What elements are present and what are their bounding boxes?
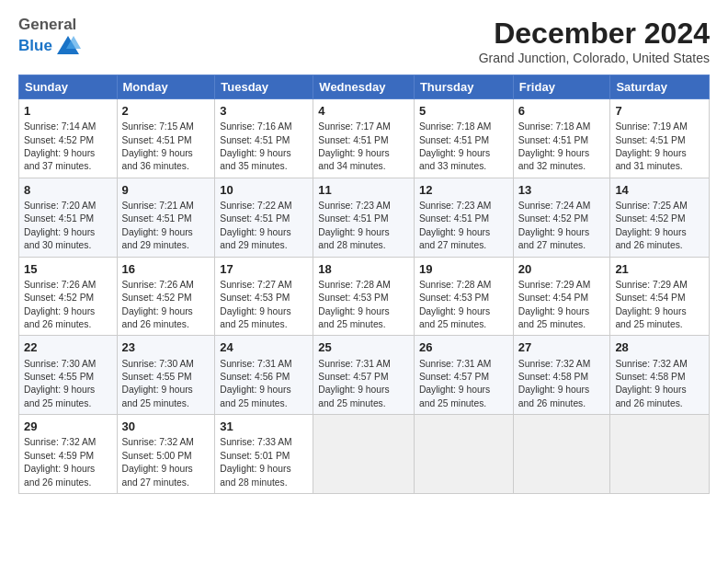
cell-4-3: 24Sunrise: 7:31 AMSunset: 4:56 PMDayligh… — [215, 336, 313, 415]
cell-info-line: Sunrise: 7:15 AM — [122, 121, 210, 133]
cell-info-line: Sunrise: 7:17 AM — [318, 121, 409, 133]
cell-info-line: Sunrise: 7:18 AM — [419, 121, 508, 133]
day-number: 28 — [615, 339, 704, 356]
page: General Blue December 2024 Grand Junctio… — [0, 0, 728, 503]
cell-info-line: Sunset: 4:52 PM — [24, 134, 112, 147]
cell-info-line: Daylight: 9 hours — [122, 463, 210, 476]
cell-info-line: Daylight: 9 hours — [518, 384, 606, 396]
cell-info-line: Daylight: 9 hours — [122, 147, 210, 160]
cell-info-line: Daylight: 9 hours — [318, 305, 409, 318]
cell-1-7: 7Sunrise: 7:19 AMSunset: 4:51 PMDaylight… — [610, 99, 710, 178]
day-number: 8 — [24, 182, 112, 199]
cell-5-7 — [610, 415, 710, 494]
cell-info-line: Sunrise: 7:31 AM — [318, 358, 409, 371]
day-number: 19 — [419, 261, 508, 278]
cell-info-line: Daylight: 9 hours — [615, 147, 704, 160]
cell-info-line: Daylight: 9 hours — [419, 384, 508, 396]
cell-info-line: Sunset: 5:01 PM — [220, 450, 308, 463]
cell-info-line: Sunset: 4:52 PM — [615, 213, 704, 225]
cell-2-7: 14Sunrise: 7:25 AMSunset: 4:52 PMDayligh… — [610, 178, 710, 257]
week-row-4: 22Sunrise: 7:30 AMSunset: 4:55 PMDayligh… — [19, 336, 710, 415]
cell-info-line: and 30 minutes. — [24, 239, 112, 252]
header: General Blue December 2024 Grand Junctio… — [18, 17, 710, 65]
cell-1-6: 6Sunrise: 7:18 AMSunset: 4:51 PMDaylight… — [513, 99, 610, 178]
cell-info-line: Sunrise: 7:26 AM — [122, 279, 210, 292]
cell-info-line: and 25 minutes. — [220, 397, 308, 410]
cell-info-line: Sunset: 4:54 PM — [615, 292, 704, 304]
cell-info-line: Daylight: 9 hours — [419, 305, 508, 318]
cell-info-line: Daylight: 9 hours — [122, 226, 210, 239]
day-number: 4 — [318, 103, 409, 120]
cell-info-line: Daylight: 9 hours — [318, 226, 409, 239]
day-number: 25 — [318, 339, 409, 356]
cell-info-line: Sunrise: 7:18 AM — [518, 121, 606, 133]
week-row-5: 29Sunrise: 7:32 AMSunset: 4:59 PMDayligh… — [19, 415, 710, 494]
cell-info-line: and 26 minutes. — [24, 477, 112, 489]
day-number: 23 — [122, 339, 210, 356]
cell-info-line: Sunrise: 7:19 AM — [615, 121, 704, 133]
cell-info-line: Sunset: 4:51 PM — [220, 213, 308, 225]
cell-1-2: 2Sunrise: 7:15 AMSunset: 4:51 PMDaylight… — [117, 99, 215, 178]
cell-info-line: and 27 minutes. — [518, 239, 606, 252]
cell-4-7: 28Sunrise: 7:32 AMSunset: 4:58 PMDayligh… — [610, 336, 710, 415]
cell-4-2: 23Sunrise: 7:30 AMSunset: 4:55 PMDayligh… — [117, 336, 215, 415]
cell-info-line: Daylight: 9 hours — [220, 305, 308, 318]
day-number: 21 — [615, 261, 704, 278]
day-header-monday: Monday — [117, 75, 215, 99]
cell-1-1: 1Sunrise: 7:14 AMSunset: 4:52 PMDaylight… — [19, 99, 118, 178]
cell-info-line: Sunset: 4:51 PM — [318, 213, 409, 225]
cell-info-line: Sunset: 4:52 PM — [24, 292, 112, 304]
day-header-sunday: Sunday — [19, 75, 118, 99]
cell-info-line: Sunset: 4:51 PM — [24, 213, 112, 225]
cell-2-2: 9Sunrise: 7:21 AMSunset: 4:51 PMDaylight… — [117, 178, 215, 257]
cell-info-line: and 27 minutes. — [122, 477, 210, 489]
day-header-thursday: Thursday — [414, 75, 513, 99]
cell-info-line: and 32 minutes. — [518, 160, 606, 173]
cell-3-4: 18Sunrise: 7:28 AMSunset: 4:53 PMDayligh… — [313, 257, 415, 336]
cell-info-line: Sunset: 4:53 PM — [318, 292, 409, 304]
day-number: 22 — [24, 339, 112, 356]
day-number: 7 — [615, 103, 704, 120]
day-number: 6 — [518, 103, 606, 120]
cell-2-3: 10Sunrise: 7:22 AMSunset: 4:51 PMDayligh… — [215, 178, 313, 257]
cell-3-3: 17Sunrise: 7:27 AMSunset: 4:53 PMDayligh… — [215, 257, 313, 336]
cell-info-line: and 25 minutes. — [518, 318, 606, 331]
cell-info-line: Daylight: 9 hours — [220, 384, 308, 396]
cell-info-line: and 25 minutes. — [419, 318, 508, 331]
day-number: 16 — [122, 261, 210, 278]
cell-info-line: and 25 minutes. — [615, 318, 704, 331]
cell-info-line: Daylight: 9 hours — [24, 147, 112, 160]
cell-5-1: 29Sunrise: 7:32 AMSunset: 4:59 PMDayligh… — [19, 415, 118, 494]
day-number: 18 — [318, 261, 409, 278]
cell-info-line: and 29 minutes. — [220, 239, 308, 252]
cell-info-line: Sunrise: 7:33 AM — [220, 436, 308, 449]
cell-info-line: Sunrise: 7:16 AM — [220, 121, 308, 133]
cell-info-line: Daylight: 9 hours — [24, 305, 112, 318]
cell-info-line: Daylight: 9 hours — [24, 384, 112, 396]
cell-info-line: Daylight: 9 hours — [419, 226, 508, 239]
cell-info-line: and 28 minutes. — [318, 239, 409, 252]
cell-5-5 — [414, 415, 513, 494]
title-block: December 2024 Grand Junction, Colorado, … — [479, 17, 710, 65]
cell-info-line: Daylight: 9 hours — [122, 384, 210, 396]
cell-1-4: 4Sunrise: 7:17 AMSunset: 4:51 PMDaylight… — [313, 99, 415, 178]
cell-info-line: Sunrise: 7:28 AM — [419, 279, 508, 292]
cell-info-line: Sunset: 4:55 PM — [122, 371, 210, 384]
cell-info-line: Sunrise: 7:24 AM — [518, 200, 606, 213]
cell-info-line: Daylight: 9 hours — [419, 147, 508, 160]
cell-info-line: and 25 minutes. — [220, 318, 308, 331]
cell-info-line: and 26 minutes. — [615, 397, 704, 410]
day-number: 20 — [518, 261, 606, 278]
cell-5-4 — [313, 415, 415, 494]
cell-info-line: Sunrise: 7:23 AM — [318, 200, 409, 213]
cell-info-line: Sunset: 4:51 PM — [122, 213, 210, 225]
day-number: 24 — [220, 339, 308, 356]
cell-info-line: Sunset: 4:51 PM — [220, 134, 308, 147]
cell-4-6: 27Sunrise: 7:32 AMSunset: 4:58 PMDayligh… — [513, 336, 610, 415]
logo: General Blue — [18, 17, 81, 60]
logo-blue: Blue — [18, 38, 52, 55]
cell-info-line: Sunrise: 7:32 AM — [615, 358, 704, 371]
cell-info-line: Sunset: 4:55 PM — [24, 371, 112, 384]
cell-info-line: and 29 minutes. — [122, 239, 210, 252]
day-header-saturday: Saturday — [610, 75, 710, 99]
